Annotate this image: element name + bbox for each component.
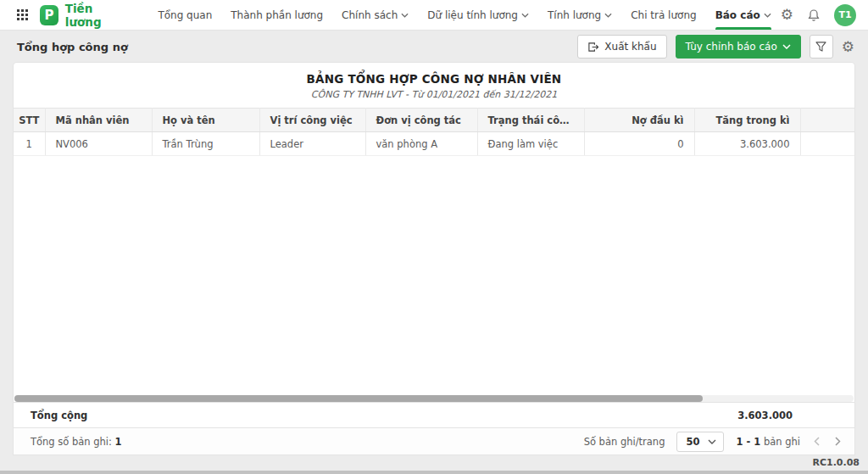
page-title: Tổng hợp công nợ — [17, 41, 128, 53]
cell-don-vi-cong-tac: văn phòng A — [365, 132, 477, 156]
nav-item-tinh-luong[interactable]: Tính lương — [538, 0, 621, 30]
per-page-label: Số bản ghi/trang — [584, 436, 665, 448]
nav-item-label: Dữ liệu tính lương — [427, 9, 518, 21]
export-icon — [587, 42, 599, 53]
nav-item-label: Thành phần lương — [231, 9, 323, 21]
previous-page-button[interactable] — [812, 435, 821, 448]
nav-item-label: Báo cáo — [715, 9, 760, 21]
next-page-button[interactable] — [833, 435, 843, 448]
chevron-left-icon — [814, 437, 820, 446]
table-header-row: STT Mã nhân viên Họ và tên Vị trí công v… — [14, 109, 854, 132]
nav-item-thanh-phan-luong[interactable]: Thành phần lương — [221, 0, 332, 30]
report-title: BẢNG TỔNG HỢP CÔNG NỢ NHÂN VIÊN — [22, 72, 846, 86]
nav-item-tong-quan[interactable]: Tổng quan — [148, 0, 221, 30]
table-total-row: Tổng cộng 3.603.000 — [14, 402, 854, 427]
cell-tang-trong-ki: 3.603.000 — [694, 132, 800, 156]
debt-summary-table: STT Mã nhân viên Họ và tên Vị trí công v… — [14, 108, 854, 156]
page-toolbar: Tổng hợp công nợ Xuất khẩu Tùy chỉnh báo… — [0, 31, 868, 63]
column-header-trang-thai-cong-viec[interactable]: Trạng thái công việc — [477, 109, 584, 132]
report-card: BẢNG TỔNG HỢP CÔNG NỢ NHÂN VIÊN CÔNG TY … — [14, 63, 854, 454]
total-value: 3.603.000 — [737, 410, 854, 421]
cell-empty — [800, 132, 854, 156]
cell-trang-thai-cong-viec: Đang làm việc — [477, 132, 584, 156]
column-header-don-vi-cong-tac[interactable]: Đơn vị công tác — [365, 109, 477, 132]
main-nav: Tổng quan Thành phần lương Chính sách Dữ… — [148, 0, 780, 30]
per-page-value: 50 — [686, 436, 699, 448]
column-header-no-dau-ki[interactable]: Nợ đầu kì — [584, 109, 694, 132]
record-range-label: 1 - 1 bản ghi — [736, 436, 800, 448]
nav-item-label: Tổng quan — [158, 9, 212, 21]
app-logo[interactable]: P — [40, 5, 58, 25]
version-label: RC1.0.08 — [812, 457, 860, 468]
customize-report-button[interactable]: Tùy chỉnh báo cáo — [676, 35, 801, 59]
total-label: Tổng cộng — [14, 410, 87, 421]
cell-stt: 1 — [14, 132, 45, 156]
export-button-label: Xuất khẩu — [604, 41, 656, 53]
nav-item-bao-cao[interactable]: Báo cáo — [706, 0, 781, 30]
app-name: Tiền lương — [65, 2, 127, 29]
filter-icon — [815, 42, 826, 52]
table-row[interactable]: 1 NV006 Trần Trùng Leader văn phòng A Đa… — [14, 132, 854, 156]
chevron-right-icon — [835, 437, 841, 446]
per-page-select[interactable]: 50 — [676, 432, 724, 452]
nav-item-label: Tính lương — [548, 9, 601, 21]
report-subtitle: CÔNG TY TNHH LVT - Từ 01/01/2021 đến 31/… — [22, 89, 846, 100]
cell-vi-tri-cong-viec: Leader — [259, 132, 365, 156]
chevron-down-icon — [764, 13, 771, 18]
app-bar: P Tiền lương Tổng quan Thành phần lương … — [0, 0, 868, 31]
chevron-down-icon — [401, 13, 409, 18]
chevron-down-icon — [782, 44, 791, 49]
horizontal-scrollbar-thumb[interactable] — [14, 395, 703, 402]
nav-item-label: Chính sách — [342, 9, 398, 21]
export-button[interactable]: Xuất khẩu — [577, 35, 666, 59]
window-bottom-edge — [0, 471, 868, 474]
chevron-down-icon — [521, 13, 529, 18]
pagination-bar: Tổng số bản ghi: 1 Số bản ghi/trang 50 1… — [14, 427, 854, 454]
column-header-ho-va-ten[interactable]: Họ và tên — [152, 109, 259, 132]
column-header-tang-trong-ki[interactable]: Tăng trong kì — [694, 109, 800, 132]
table-settings-icon[interactable]: ⚙ — [842, 40, 854, 54]
column-header-empty — [800, 109, 854, 132]
customize-button-label: Tùy chỉnh báo cáo — [686, 41, 777, 53]
settings-icon[interactable]: ⚙ — [781, 8, 793, 22]
version-strip: RC1.0.08 — [0, 454, 868, 471]
report-header: BẢNG TỔNG HỢP CÔNG NỢ NHÂN VIÊN CÔNG TY … — [14, 63, 854, 108]
column-header-ma-nhan-vien[interactable]: Mã nhân viên — [45, 109, 152, 132]
user-avatar[interactable]: T1 — [834, 4, 856, 26]
cell-no-dau-ki: 0 — [584, 132, 694, 156]
table-empty-area — [14, 156, 854, 395]
notification-bell-icon[interactable] — [807, 8, 821, 22]
nav-item-label: Chi trả lương — [631, 9, 696, 21]
column-header-stt[interactable]: STT — [14, 109, 45, 132]
chevron-down-icon — [604, 13, 612, 18]
nav-item-chi-tra-luong[interactable]: Chi trả lương — [621, 0, 705, 30]
horizontal-scrollbar[interactable] — [14, 395, 854, 402]
chevron-down-icon — [708, 439, 716, 444]
total-records-label: Tổng số bản ghi: 1 — [31, 436, 122, 448]
filter-button[interactable] — [810, 35, 833, 59]
app-launcher-icon[interactable] — [17, 9, 28, 20]
app-logo-letter: P — [44, 8, 53, 23]
cell-ho-va-ten: Trần Trùng — [152, 132, 259, 156]
cell-ma-nhan-vien: NV006 — [45, 132, 152, 156]
column-header-vi-tri-cong-viec[interactable]: Vị trí công việc — [259, 109, 365, 132]
nav-item-chinh-sach[interactable]: Chính sách — [332, 0, 418, 30]
nav-item-du-lieu-tinh-luong[interactable]: Dữ liệu tính lương — [418, 0, 538, 30]
total-records-value: 1 — [115, 436, 122, 448]
avatar-initials: T1 — [838, 9, 851, 20]
